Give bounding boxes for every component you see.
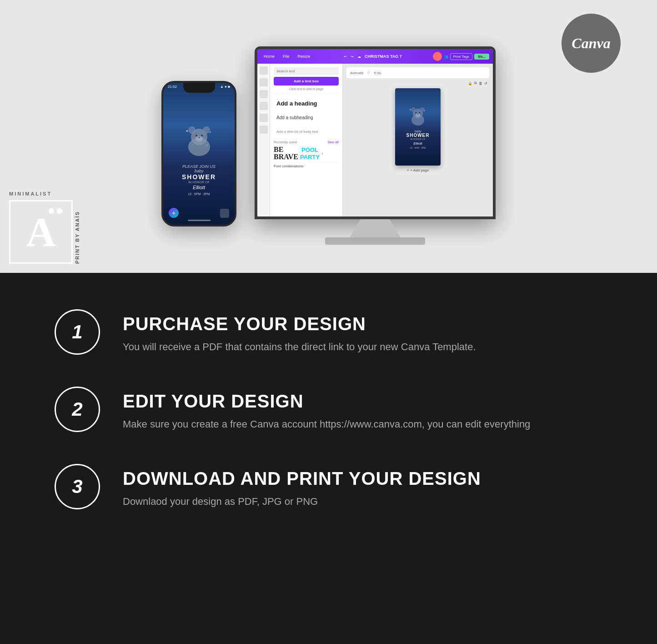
font-brave-text-be: BE bbox=[274, 146, 283, 153]
svg-text:✦: ✦ bbox=[206, 144, 208, 146]
topbar-right: 👥 Print Tags Sh... bbox=[433, 52, 489, 61]
mini-bear-svg: ✦ ✦ bbox=[406, 105, 429, 128]
topbar-resize[interactable]: Resize bbox=[295, 53, 313, 60]
phone-name: Elliott bbox=[182, 185, 216, 190]
trash-icon[interactable]: 🗑 bbox=[479, 81, 482, 86]
phone-time: 21:02 bbox=[168, 85, 177, 89]
font-brave-preview[interactable]: BE BRAVE bbox=[274, 146, 298, 161]
svg-point-2 bbox=[188, 126, 196, 134]
divider-1 bbox=[274, 94, 339, 94]
topbar-center: ↩ ↪ ☁ CHRISTMAS TAG 7 bbox=[316, 54, 430, 59]
sidebar-icon-1[interactable] bbox=[260, 66, 268, 75]
step-2-number: 2 bbox=[72, 398, 82, 420]
canvas-toolbar: Animate ⏱ 5.0s bbox=[346, 67, 489, 78]
svg-point-13 bbox=[411, 107, 416, 112]
desktop-mockup: Home File Resize ↩ ↪ ☁ CHRISTMAS TAG 7 👥 bbox=[255, 46, 496, 245]
phone-baby-label: baby bbox=[182, 169, 216, 173]
step-2-item: 2 EDIT YOUR DESIGN Make sure you create … bbox=[55, 387, 602, 432]
font-brave-text-brave: BRAVE bbox=[274, 153, 298, 161]
brand-box: A bbox=[9, 200, 73, 264]
svg-text:✦: ✦ bbox=[409, 108, 411, 111]
svg-point-16 bbox=[416, 112, 417, 113]
recently-used-section: Recently used See all BE BRAVE bbox=[274, 140, 339, 168]
time-display: 5.0s bbox=[374, 71, 381, 75]
svg-point-18 bbox=[417, 114, 419, 115]
add-body-option[interactable]: Add a little bit of body text bbox=[274, 125, 339, 136]
design-shower-text: SHOWER bbox=[406, 133, 430, 138]
design-name: Elliott bbox=[406, 141, 430, 146]
font-combos-label[interactable]: Font combinations bbox=[274, 164, 339, 168]
canva-sidebar-icons bbox=[257, 64, 270, 216]
brand-dot-1 bbox=[49, 208, 54, 214]
see-all-link[interactable]: See all bbox=[328, 140, 339, 144]
print-tags-button[interactable]: Print Tags bbox=[450, 53, 472, 60]
phone-honor: IN HONOR OF bbox=[182, 181, 216, 184]
copy-icon[interactable]: ⧉ bbox=[474, 81, 477, 86]
step-2-circle: 2 bbox=[55, 387, 100, 432]
sidebar-icon-6[interactable] bbox=[260, 126, 268, 134]
panel-search-input[interactable] bbox=[274, 67, 339, 75]
design-details: 13 · 5PM · 3PM bbox=[406, 146, 430, 149]
svg-point-5 bbox=[196, 135, 197, 136]
topbar-title: CHRISTMAS TAG 7 bbox=[365, 54, 402, 59]
topbar-home[interactable]: Home bbox=[261, 53, 277, 60]
svg-point-17 bbox=[419, 112, 421, 113]
svg-point-7 bbox=[198, 137, 200, 138]
sidebar-icon-4[interactable] bbox=[260, 102, 268, 110]
phone-shower-label: SHOWER bbox=[182, 173, 216, 181]
cloud-icon: ☁ bbox=[357, 55, 361, 59]
phone-screen: ✦ ✦ ✦ PLEASE JOIN US baby SHOWER IN HONO… bbox=[163, 83, 235, 225]
share-button[interactable]: Sh... bbox=[474, 54, 489, 60]
canva-ui: Home File Resize ↩ ↪ ☁ CHRISTMAS TAG 7 👥 bbox=[257, 49, 493, 216]
font-pool-text-party: PARTY bbox=[300, 154, 320, 161]
add-page-button[interactable]: + + Add page bbox=[407, 168, 429, 172]
add-text-box-button[interactable]: Add a text box bbox=[274, 77, 339, 86]
step-2-content: EDIT YOUR DESIGN Make sure you create a … bbox=[123, 387, 530, 432]
plus-icon: + bbox=[407, 168, 409, 172]
add-heading-option[interactable]: Add a heading bbox=[274, 97, 339, 109]
step-1-number: 1 bbox=[72, 321, 82, 343]
svg-text:✦: ✦ bbox=[424, 110, 426, 112]
font-pool-preview[interactable]: POOL PARTY bbox=[300, 146, 320, 161]
phone-signals: ▲ ● ■ bbox=[220, 85, 230, 89]
phone-details: 13 · 5PM · 3PM bbox=[182, 192, 216, 196]
step-2-description: Make sure you create a free Canva accoun… bbox=[123, 417, 530, 432]
brand-dots bbox=[49, 208, 62, 214]
step-3-number: 3 bbox=[72, 476, 82, 498]
step-1-description: You will receive a PDF that contains the… bbox=[123, 339, 476, 354]
sidebar-icon-2[interactable] bbox=[260, 78, 268, 86]
add-subheading-option[interactable]: Add a subheading bbox=[274, 111, 339, 123]
bottom-section: 1 PURCHASE YOUR DESIGN You will receive … bbox=[0, 273, 657, 644]
sidebar-icon-5[interactable] bbox=[260, 114, 268, 122]
phone-bear: ✦ ✦ ✦ bbox=[181, 123, 217, 160]
step-3-item: 3 DOWNLOAD AND PRINT YOUR DESIGN Downlao… bbox=[55, 464, 602, 509]
brand-by: PRINT BY ANAÏS bbox=[75, 211, 80, 264]
step-1-content: PURCHASE YOUR DESIGN You will receive a … bbox=[123, 309, 476, 354]
redo-icon[interactable]: ↪ bbox=[351, 55, 354, 59]
top-section: Canva MINIMALIST A PRINT BY ANAÏS 21:02 … bbox=[0, 0, 657, 273]
divider-2 bbox=[274, 162, 339, 162]
lock-icon[interactable]: 🔒 bbox=[468, 81, 472, 86]
brand-dot-2 bbox=[57, 208, 62, 214]
svg-text:✦: ✦ bbox=[186, 129, 189, 133]
step-1-circle: 1 bbox=[55, 309, 100, 355]
step-1-item: 1 PURCHASE YOUR DESIGN You will receive … bbox=[55, 309, 602, 355]
undo-icon[interactable]: ↩ bbox=[344, 55, 347, 59]
share-people-icon: 👥 bbox=[444, 55, 448, 59]
time-icon: ⏱ bbox=[367, 71, 370, 75]
canva-text-panel: Add a text box Click text to add to page… bbox=[270, 64, 343, 216]
phone-fab: + bbox=[169, 208, 179, 218]
phone-status-bar: 21:02 ▲ ● ■ bbox=[168, 85, 230, 89]
sidebar-icon-3[interactable] bbox=[260, 90, 268, 98]
scroll-right-icon[interactable]: › bbox=[321, 151, 323, 156]
topbar-file[interactable]: File bbox=[280, 53, 292, 60]
brand-name: MINIMALIST bbox=[9, 191, 52, 196]
more-icon[interactable]: ↺ bbox=[484, 81, 487, 86]
design-card-content: baby SHOWER IN HONOR OF Elliott 13 · 5PM… bbox=[406, 130, 430, 149]
animate-button[interactable]: Animate bbox=[350, 71, 363, 75]
step-3-circle: 3 bbox=[55, 464, 100, 509]
canva-logo-text: Canva bbox=[572, 35, 610, 52]
font-previews: BE BRAVE POOL PARTY bbox=[274, 146, 339, 161]
step-1-title: PURCHASE YOUR DESIGN bbox=[123, 314, 476, 334]
monitor-frame: Home File Resize ↩ ↪ ☁ CHRISTMAS TAG 7 👥 bbox=[255, 46, 496, 219]
